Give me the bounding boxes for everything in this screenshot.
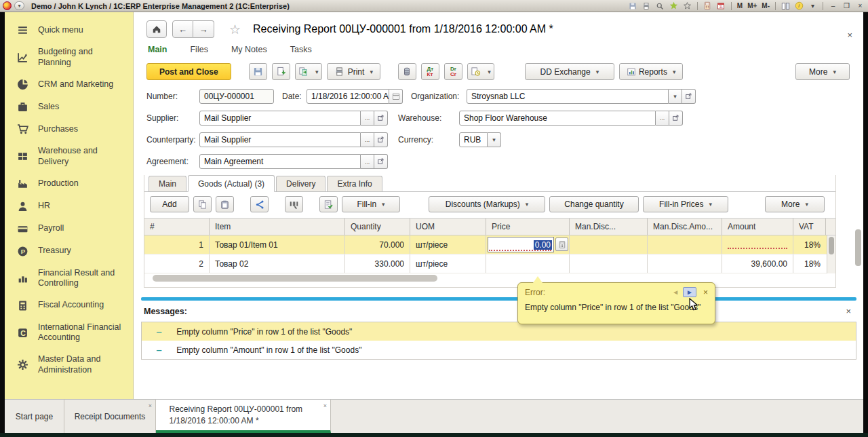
currency-dropdown-button[interactable]: ▾ [488,132,501,147]
next-error-button[interactable]: ► [683,287,696,297]
warehouse-select-button[interactable]: ... [656,111,669,126]
messages-close-icon[interactable]: × [846,306,851,316]
print-icon[interactable] [642,1,652,11]
cell-uom[interactable]: шт/piece [410,235,486,254]
date-field[interactable]: 1/18/2016 12:00:00 A [307,89,389,104]
cell-man-disc-amount[interactable] [648,235,722,254]
taskbar-tab-start-page[interactable]: Start page [5,400,64,433]
goods-tab-main[interactable]: Main [149,176,186,191]
chevron-down-icon[interactable]: ▾ [808,1,818,11]
sidebar-item-warehouse[interactable]: Warehouse and Delivery [5,140,133,172]
sidebar-item-intl-accounting[interactable]: C International Financial Accounting [5,317,133,349]
cell-uom[interactable]: шт/piece [410,254,486,273]
col-vat[interactable]: VAT [793,218,826,235]
sidebar-item-payroll[interactable]: Payroll [5,218,133,240]
supplier-open-button[interactable] [374,111,388,126]
taskbar-tab-receiving-report[interactable]: Receiving Report 00ЦУ-000001 from 1/18/2… [156,400,331,433]
sidebar-item-budgeting[interactable]: Budgeting and Planning [5,41,133,73]
post-and-close-button[interactable]: Post and Close [146,63,231,80]
close-tab-icon[interactable]: × [323,402,327,409]
tab-main[interactable]: Main [148,45,167,56]
reports-button[interactable]: Reports ▾ [619,63,684,80]
counterparty-open-button[interactable] [374,132,388,147]
calc-m-plus-button[interactable]: M+ [747,2,757,10]
save-button[interactable] [249,63,267,80]
sidebar-item-financial-result[interactable]: Financial Result and Controlling [5,263,133,294]
warehouse-field[interactable]: Shop Floor Warehouse [459,111,656,126]
page-vertical-scrollbar[interactable] [855,229,861,266]
tab-my-notes[interactable]: My Notes [231,45,267,56]
home-button[interactable] [146,20,167,38]
organization-field[interactable]: Stroysnab LLC [467,89,669,104]
save-icon[interactable] [628,1,638,11]
supplier-select-button[interactable]: ... [361,111,374,126]
cell-item[interactable]: Товар 01/Item 01 [210,235,345,254]
sidebar-item-purchases[interactable]: Purchases [5,118,133,140]
cell-amount-error[interactable] [722,235,793,254]
date-calendar-button[interactable] [389,89,403,104]
tab-files[interactable]: Files [190,45,208,56]
counterparty-select-button[interactable]: ... [361,132,374,147]
organization-open-button[interactable] [682,89,696,104]
discounts-button[interactable]: Discounts (Markups) ▾ [429,196,545,212]
cell-man-disc-amount[interactable] [648,254,722,273]
warehouse-open-button[interactable] [669,111,683,126]
taskbar-tab-receipt-documents[interactable]: Receipt Documents × [64,400,156,433]
agreement-field[interactable]: Main Agreement [199,154,361,169]
dd-exchange-button[interactable]: DD Exchange ▾ [525,63,614,80]
goods-tab-goods-actual[interactable]: Goods (Actual) (3) [188,175,275,192]
fill-document-button[interactable] [319,196,338,212]
document-history-button[interactable]: ▾ [467,63,494,80]
sidebar-item-crm[interactable]: CRM and Marketing [5,73,133,96]
calendar-icon[interactable]: 31 [716,1,726,11]
cell-amount[interactable]: 39,600.00 [722,254,793,273]
col-man-disc-amount[interactable]: Man.Disc.Amo... [648,218,722,235]
paste-row-button[interactable] [216,196,234,212]
close-tab-icon[interactable]: × [149,402,152,409]
message-item[interactable]: ‒ Empty column "Price" in row 1 of the l… [142,322,856,341]
agreement-open-button[interactable] [374,154,388,169]
col-man-disc[interactable]: Man.Disc... [570,218,648,235]
agreement-select-button[interactable]: ... [361,154,374,169]
table-vertical-scrollbar[interactable] [827,235,835,273]
col-uom[interactable]: UOM [410,218,486,235]
calculator-icon[interactable] [703,1,713,11]
dr-cr-button[interactable]: DrCr [444,63,462,80]
prev-error-button[interactable]: ◄ [672,288,679,296]
cell-man-disc[interactable] [570,235,648,254]
goods-more-button[interactable]: More ▾ [765,196,825,212]
tab-tasks[interactable]: Tasks [290,45,312,56]
register-records-button[interactable] [398,63,416,80]
calc-m-button[interactable]: M [736,2,743,10]
cell-quantity[interactable]: 70.000 [345,235,410,254]
col-quantity[interactable]: Quantity [345,218,410,235]
currency-field[interactable]: RUB [459,132,488,147]
form-close-icon[interactable]: × [847,30,852,40]
close-button[interactable]: × [855,1,865,11]
sidebar-item-production[interactable]: Production [5,173,133,195]
print-button[interactable]: Print ▾ [327,63,380,80]
cell-man-disc[interactable] [570,254,648,273]
favorite-star-icon[interactable]: ☆ [229,22,241,37]
supplier-field[interactable]: Mail Supplier [199,111,361,126]
goods-tab-delivery[interactable]: Delivery [276,176,326,191]
favorites-icon[interactable] [669,1,679,11]
post-document-button[interactable] [272,63,290,80]
forward-button[interactable]: → [193,20,214,38]
barcode-scanner-button[interactable] [285,196,303,212]
cell-vat[interactable]: 18% [793,235,826,254]
col-price[interactable]: Price [486,218,570,235]
splitter-bar[interactable] [141,297,856,301]
cell-vat[interactable]: 18% [793,254,826,273]
split-window-icon[interactable] [781,1,791,11]
sidebar-item-fiscal[interactable]: Fiscal Accounting [5,294,133,317]
minimize-button[interactable]: – [828,1,838,11]
counterparty-field[interactable]: Mail Supplier [199,132,361,147]
back-button[interactable]: ← [172,20,193,38]
calculator-button[interactable] [555,238,568,251]
col-amount[interactable]: Amount [722,218,793,235]
sidebar-item-master-data[interactable]: Master Data and Administration [5,349,133,381]
table-row[interactable]: 2 Товар 02 330.000 шт/piece 39,600.00 18… [144,254,835,273]
cell-price[interactable] [486,254,570,273]
structure-button[interactable] [250,196,269,212]
